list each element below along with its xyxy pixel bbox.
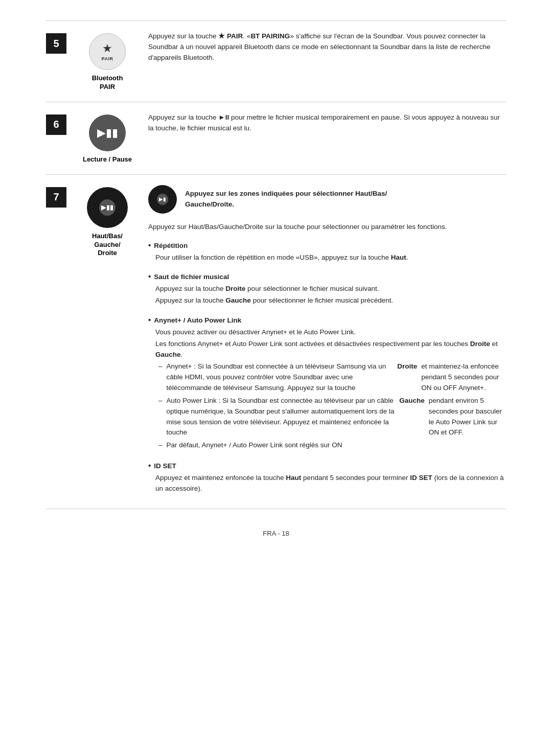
page-content: 5 ★ PAIR BluetoothPAIR Appuyez sur la to… (46, 20, 506, 509)
bullet-title-anynet: Anynet+ / Auto Power Link (148, 315, 506, 326)
bullet-idset: ID SET Appuyez et maintenez enfoncée la … (148, 461, 506, 495)
bullet-body-anynet-2: Les fonctions Anynet+ et Auto Power Link… (148, 339, 506, 360)
bullet-title-saut: Saut de fichier musical (148, 272, 506, 283)
step-number-7: 7 (46, 187, 66, 208)
row6-text: Appuyez sur la touche ►II pour mettre le… (148, 113, 500, 132)
row7-top-section: ▶▮ Appuyez sur les zones indiquées pour … (148, 185, 506, 214)
icon-col-7: ▶▮▮ Haut/Bas/Gauche/Droite (77, 185, 138, 258)
bt-pair-label: PAIR (102, 56, 113, 61)
dpad-inline-center: ▶▮ (157, 194, 168, 205)
row-7: 7 ▶▮▮ Haut/Bas/Gauche/Droite ▶▮ Appuyez … (46, 174, 506, 509)
sub-bullet-anynet-1: Anynet+ : Si la Soundbar est connectée à… (148, 361, 506, 394)
icon-label-5: BluetoothPAIR (92, 74, 123, 91)
bullet-body-anynet-1: Vous pouvez activer ou désactiver Anynet… (148, 327, 506, 338)
text-col-5: Appuyez sur la touche ★ PAIR. «BT PAIRIN… (148, 31, 506, 63)
bullet-title-repetition: Répétition (148, 241, 506, 251)
row-5: 5 ★ PAIR BluetoothPAIR Appuyez sur la to… (46, 20, 506, 102)
row7-content: ▶▮ Appuyez sur les zones indiquées pour … (148, 185, 506, 498)
bullet-title-idset: ID SET (148, 461, 506, 472)
icon-col-6: ▶▮▮ Lecture / Pause (77, 112, 138, 164)
footer-text: FRA - 18 (263, 530, 289, 537)
text-col-7: ▶▮ Appuyez sur les zones indiquées pour … (148, 185, 506, 498)
row7-top-text: Appuyez sur les zones indiquées pour sél… (185, 189, 387, 210)
bullet-saut: Saut de fichier musical Appuyez sur la t… (148, 272, 506, 307)
sub-bullet-anynet-3: Par défaut, Anynet+ / Auto Power Link so… (148, 440, 506, 451)
bullet-anynet: Anynet+ / Auto Power Link Vous pouvez ac… (148, 315, 506, 453)
bullet-body-saut-2: Appuyez sur la touche Gauche pour sélect… (148, 295, 506, 306)
page-footer: FRA - 18 (263, 530, 289, 537)
icon-col-5: ★ PAIR BluetoothPAIR (77, 31, 138, 91)
bullet-body-idset: Appuyez et maintenez enfoncée la touche … (148, 473, 506, 494)
bullet-repetition: Répétition Pour utiliser la fonction de … (148, 241, 506, 264)
dpad-icon: ▶▮▮ (87, 187, 128, 228)
icon-label-6: Lecture / Pause (83, 155, 132, 164)
row7-para: Appuyez sur Haut/Bas/Gauche/Droite sur l… (148, 222, 506, 233)
text-col-6: Appuyez sur la touche ►II pour mettre le… (148, 112, 506, 134)
row-6: 6 ▶▮▮ Lecture / Pause Appuyez sur la tou… (46, 102, 506, 174)
bullet-body-repetition: Pour utiliser la fonction de répétition … (148, 253, 506, 263)
step-number-6: 6 (46, 114, 66, 135)
bluetooth-button-icon: ★ PAIR (89, 33, 126, 70)
sub-bullet-anynet-2: Auto Power Link : Si la Soundbar est con… (148, 396, 506, 439)
row5-text: Appuyez sur la touche ★ PAIR. «BT PAIRIN… (148, 32, 490, 61)
dpad-inline-icon: ▶▮ (148, 185, 177, 214)
step-number-5: 5 (46, 33, 66, 54)
icon-label-7: Haut/Bas/Gauche/Droite (92, 232, 123, 258)
bluetooth-symbol: ★ (102, 42, 112, 55)
dpad-center: ▶▮▮ (99, 199, 116, 216)
play-pause-icon: ▶▮▮ (89, 114, 126, 151)
bullet-body-saut-1: Appuyez sur la touche Droite pour sélect… (148, 284, 506, 294)
